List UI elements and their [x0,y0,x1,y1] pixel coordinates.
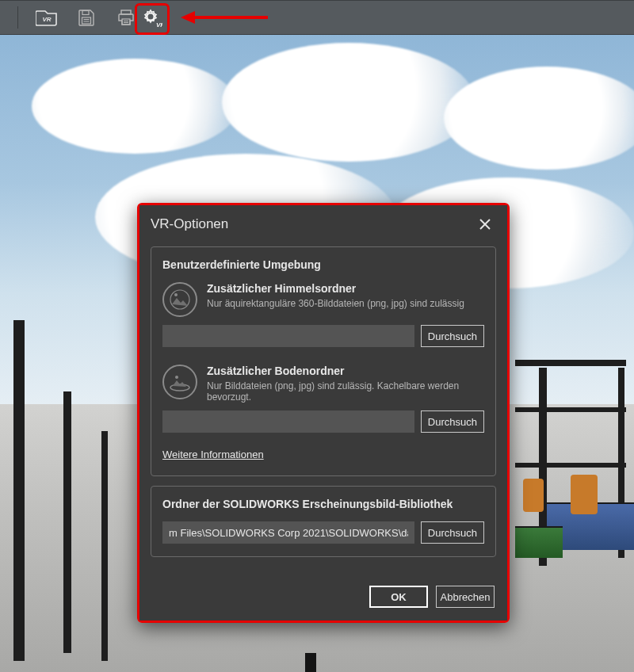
svg-text:VR: VR [42,16,51,23]
appearance-library-title: Ordner der SOLIDWORKS Erscheinungsbild-B… [162,498,484,510]
more-info-link[interactable]: Weitere Informationen [162,449,264,460]
appearance-library-browse-button[interactable]: Durchsuch [421,521,484,544]
sky-folder-icon [162,282,197,317]
toolbar: VR [0,0,634,35]
svg-point-16 [174,293,178,296]
appearance-library-input[interactable] [162,521,414,544]
ground-folder-input[interactable] [162,410,414,433]
custom-env-title: Benutzerdefinierte Umgebung [162,258,484,271]
ground-folder-title: Zusätzlicher Bodenordner [207,365,484,377]
ground-folder-browse-button[interactable]: Durchsuch [421,410,484,433]
svg-point-15 [170,290,189,309]
sky-folder-sub: Nur äquirektanguläre 360-Bilddateien (pn… [207,298,484,309]
svg-point-18 [175,376,178,379]
cancel-button[interactable]: Abbrechen [436,586,495,608]
annotation-arrow [181,10,268,25]
sky-folder-input[interactable] [162,325,414,347]
appearance-library-section: Ordner der SOLIDWORKS Erscheinungsbild-B… [151,486,496,557]
svg-marker-12 [181,11,195,24]
save-button[interactable] [74,5,99,30]
svg-point-9 [147,13,155,21]
sky-folder-title: Zusätzlicher Himmelsordner [207,282,484,295]
vr-settings-highlight: VR [135,3,170,35]
ok-button[interactable]: OK [369,586,428,608]
landscape-disc-icon [168,370,192,394]
vr-folder-button[interactable]: VR [34,5,59,30]
dialog-close-button[interactable] [474,213,496,235]
vr-settings-icon: VR [142,9,162,29]
vr-settings-button[interactable]: VR [142,9,162,29]
ground-folder-icon [162,365,197,399]
svg-rect-1 [82,11,89,15]
vr-options-dialog-highlight: VR-Optionen Benutzerdefinierte Umgebung [137,203,510,623]
svg-rect-2 [82,17,91,24]
print-icon [116,8,136,27]
vr-folder-icon: VR [36,9,58,26]
close-icon [479,218,491,231]
ground-folder-sub: Nur Bilddateien (png, jpg) sind zulässig… [207,380,484,403]
dialog-title: VR-Optionen [151,216,228,232]
svg-rect-6 [122,19,130,25]
svg-text:VR: VR [156,21,162,29]
custom-environment-section: Benutzerdefinierte Umgebung Zusätzlicher… [151,246,496,476]
vr-options-dialog: VR-Optionen Benutzerdefinierte Umgebung [139,205,507,620]
toolbar-divider [17,6,18,29]
landscape-icon [169,288,191,311]
save-icon [77,8,96,27]
sky-folder-browse-button[interactable]: Durchsuch [421,325,484,347]
svg-rect-5 [121,10,131,14]
